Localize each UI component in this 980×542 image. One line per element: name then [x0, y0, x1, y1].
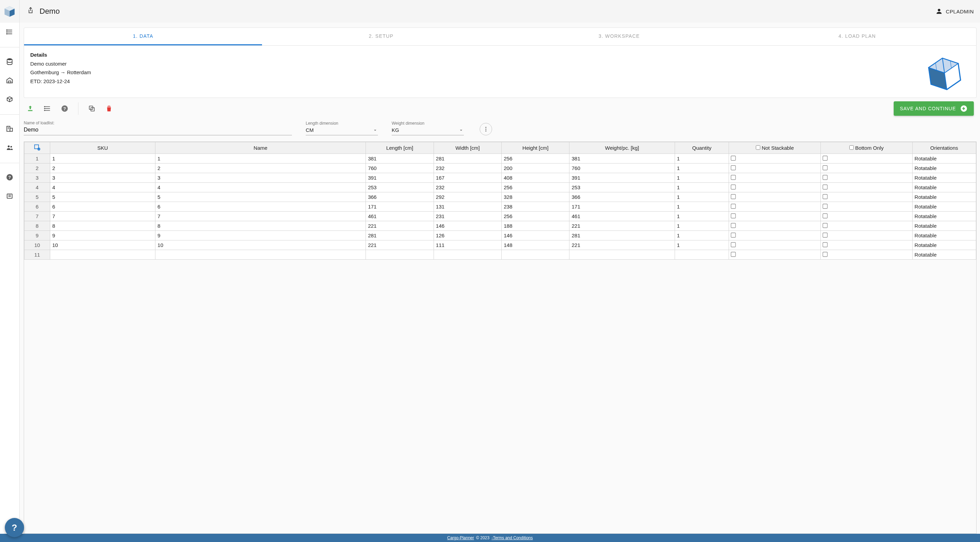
cell-width[interactable]: 231: [434, 212, 501, 221]
cell-qty[interactable]: 1: [675, 154, 729, 163]
notstackable-checkbox[interactable]: [731, 213, 736, 218]
cell-bottomonly[interactable]: [821, 173, 913, 183]
cell-orientations[interactable]: Rotatable: [912, 154, 976, 163]
cell-length[interactable]: 221: [366, 221, 434, 231]
notstackable-checkbox[interactable]: [731, 165, 736, 170]
cell-sku[interactable]: 3: [50, 173, 156, 183]
delete-button[interactable]: [105, 105, 113, 113]
cell-notstackable[interactable]: [729, 154, 821, 163]
cell-height[interactable]: 238: [502, 202, 570, 212]
cell-orientations[interactable]: Rotatable: [912, 221, 976, 231]
table-row[interactable]: 6661711312381711Rotatable: [24, 202, 976, 212]
bottomonly-checkbox[interactable]: [822, 165, 827, 170]
table-row[interactable]: 8882211461882211Rotatable: [24, 221, 976, 231]
table-row[interactable]: 1010102211111482211Rotatable: [24, 241, 976, 250]
cell-width[interactable]: [434, 250, 501, 260]
cell-length[interactable]: 221: [366, 241, 434, 250]
cell-notstackable[interactable]: [729, 192, 821, 202]
cell-length[interactable]: 461: [366, 212, 434, 221]
cell-orientations[interactable]: Rotatable: [912, 192, 976, 202]
cell-bottomonly[interactable]: [821, 212, 913, 221]
cell-name[interactable]: 5: [156, 192, 366, 202]
length-dim-select[interactable]: CM: [306, 127, 378, 135]
cell-notstackable[interactable]: [729, 202, 821, 212]
cell-orientations[interactable]: Rotatable: [912, 173, 976, 183]
notstackable-checkbox[interactable]: [731, 223, 736, 228]
notstackable-checkbox[interactable]: [731, 194, 736, 199]
cell-sku[interactable]: 5: [50, 192, 156, 202]
table-row[interactable]: 1113812812563811Rotatable: [24, 154, 976, 163]
cell-notstackable[interactable]: [729, 231, 821, 241]
bottomonly-checkbox[interactable]: [822, 204, 827, 209]
cell-width[interactable]: 131: [434, 202, 501, 212]
cell-qty[interactable]: 1: [675, 202, 729, 212]
cell-height[interactable]: 148: [502, 241, 570, 250]
cell-height[interactable]: 188: [502, 221, 570, 231]
cell-weight[interactable]: 171: [570, 202, 675, 212]
sidebar-news-icon[interactable]: [6, 192, 13, 201]
cell-qty[interactable]: 1: [675, 212, 729, 221]
cell-notstackable[interactable]: [729, 221, 821, 231]
grid-settings-icon[interactable]: [24, 142, 50, 154]
col-length[interactable]: Length [cm]: [366, 142, 434, 154]
header-bottomonly-checkbox[interactable]: [850, 145, 854, 150]
help-fab[interactable]: ?: [5, 518, 24, 537]
cell-weight[interactable]: 381: [570, 154, 675, 163]
bottomonly-checkbox[interactable]: [822, 242, 827, 247]
cell-name[interactable]: 10: [156, 241, 366, 250]
table-row[interactable]: 2227602322007601Rotatable: [24, 163, 976, 173]
cell-qty[interactable]: 1: [675, 183, 729, 192]
sidebar-package-icon[interactable]: [6, 95, 13, 104]
cell-name[interactable]: 9: [156, 231, 366, 241]
bottomonly-checkbox[interactable]: [822, 194, 827, 199]
notstackable-checkbox[interactable]: [731, 175, 736, 180]
notstackable-checkbox[interactable]: [731, 204, 736, 209]
cell-sku[interactable]: 2: [50, 163, 156, 173]
sidebar-users-icon[interactable]: [6, 144, 13, 152]
cell-weight[interactable]: 461: [570, 212, 675, 221]
cell-notstackable[interactable]: [729, 173, 821, 183]
cell-length[interactable]: 281: [366, 231, 434, 241]
footer-terms[interactable]: -Terms and Conditions: [492, 536, 533, 540]
cell-sku[interactable]: 7: [50, 212, 156, 221]
cell-notstackable[interactable]: [729, 163, 821, 173]
bottomonly-checkbox[interactable]: [822, 233, 827, 237]
cell-orientations[interactable]: Rotatable: [912, 231, 976, 241]
cell-bottomonly[interactable]: [821, 241, 913, 250]
save-continue-button[interactable]: SAVE AND CONTINUE: [894, 101, 974, 116]
col-name[interactable]: Name: [156, 142, 366, 154]
cell-orientations[interactable]: Rotatable: [912, 163, 976, 173]
weight-dim-select[interactable]: KG: [391, 127, 464, 135]
help-button[interactable]: ?: [61, 105, 68, 113]
cell-length[interactable]: 381: [366, 154, 434, 163]
cell-weight[interactable]: 760: [570, 163, 675, 173]
cell-weight[interactable]: 391: [570, 173, 675, 183]
table-row[interactable]: 11Rotatable: [24, 250, 976, 260]
cell-qty[interactable]: 1: [675, 221, 729, 231]
cell-width[interactable]: 126: [434, 231, 501, 241]
cell-weight[interactable]: 253: [570, 183, 675, 192]
cell-orientations[interactable]: Rotatable: [912, 202, 976, 212]
copy-button[interactable]: [88, 105, 95, 113]
cell-bottomonly[interactable]: [821, 221, 913, 231]
cell-height[interactable]: 256: [502, 183, 570, 192]
footer-brand[interactable]: Cargo-Planner: [447, 536, 474, 540]
sidebar-company-icon[interactable]: [6, 125, 13, 134]
cell-qty[interactable]: [675, 250, 729, 260]
cell-name[interactable]: 1: [156, 154, 366, 163]
cell-length[interactable]: 253: [366, 183, 434, 192]
cell-notstackable[interactable]: [729, 212, 821, 221]
sidebar-warehouse-icon[interactable]: [6, 77, 13, 85]
cell-bottomonly[interactable]: [821, 250, 913, 260]
cell-sku[interactable]: 10: [50, 241, 156, 250]
table-row[interactable]: 4442532322562531Rotatable: [24, 183, 976, 192]
notstackable-checkbox[interactable]: [731, 233, 736, 237]
cell-name[interactable]: 7: [156, 212, 366, 221]
cell-name[interactable]: 3: [156, 173, 366, 183]
sidebar-list-icon[interactable]: [6, 28, 13, 37]
col-width[interactable]: Width [cm]: [434, 142, 501, 154]
cell-name[interactable]: 6: [156, 202, 366, 212]
cell-length[interactable]: 760: [366, 163, 434, 173]
sidebar-help-icon[interactable]: ?: [6, 173, 13, 182]
notstackable-checkbox[interactable]: [731, 155, 736, 160]
